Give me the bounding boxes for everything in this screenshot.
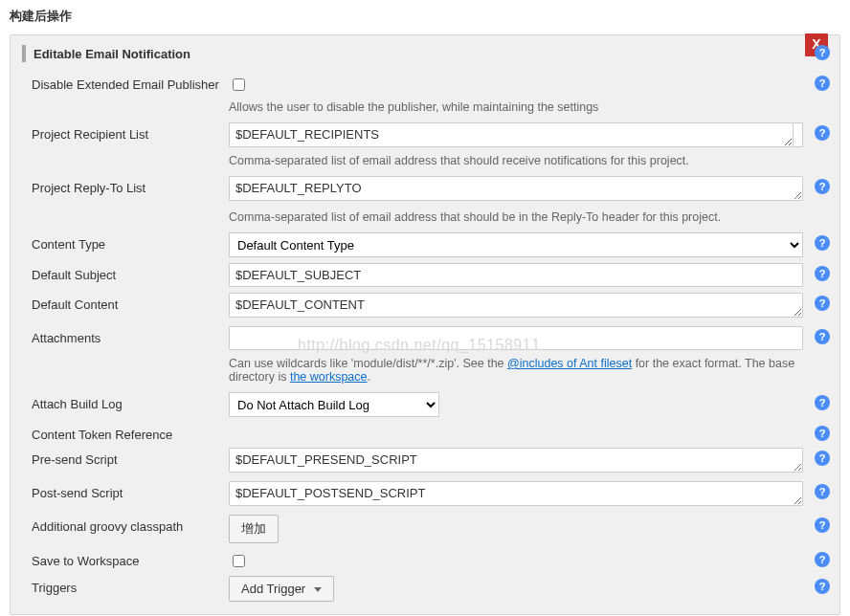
- default-subject-label: Default Subject: [32, 263, 229, 282]
- save-workspace-label: Save to Workspace: [32, 549, 229, 568]
- recipient-list-input[interactable]: $DEFAULT_RECIPIENTS: [229, 122, 794, 147]
- help-icon[interactable]: ?: [815, 296, 830, 311]
- save-workspace-checkbox[interactable]: [233, 555, 245, 567]
- resize-handle[interactable]: [794, 122, 803, 147]
- reply-to-label: Project Reply-To List: [32, 176, 229, 195]
- help-icon[interactable]: ?: [815, 426, 830, 441]
- help-icon[interactable]: ?: [815, 266, 830, 281]
- help-icon[interactable]: ?: [815, 579, 830, 594]
- attach-build-log-label: Attach Build Log: [32, 392, 229, 411]
- content-type-select[interactable]: Default Content Type: [229, 232, 803, 257]
- section-title: Editable Email Notification: [34, 47, 190, 61]
- help-icon[interactable]: ?: [815, 451, 830, 466]
- token-reference-label: Content Token Reference: [32, 423, 229, 442]
- attach-build-log-select[interactable]: Do Not Attach Build Log: [229, 392, 439, 417]
- default-subject-input[interactable]: [229, 263, 803, 287]
- disable-publisher-desc: Allows the user to disable the publisher…: [11, 97, 839, 120]
- recipient-list-label: Project Recipient List: [32, 122, 229, 142]
- attachments-desc: Can use wildcards like 'module/dist/**/*…: [11, 353, 839, 389]
- help-icon[interactable]: ?: [815, 395, 830, 410]
- reply-to-input[interactable]: $DEFAULT_REPLYTO: [229, 176, 803, 201]
- post-send-label: Post-send Script: [32, 481, 229, 500]
- help-icon[interactable]: ?: [815, 552, 830, 567]
- add-trigger-button[interactable]: Add Trigger: [229, 576, 334, 602]
- triggers-label: Triggers: [32, 576, 229, 595]
- help-icon[interactable]: ?: [815, 125, 830, 141]
- pre-send-input[interactable]: $DEFAULT_PRESEND_SCRIPT: [229, 448, 803, 473]
- classpath-label: Additional groovy classpath: [32, 515, 229, 534]
- help-icon[interactable]: ?: [815, 76, 830, 91]
- reply-to-desc: Comma-separated list of email address th…: [11, 207, 839, 230]
- attachments-input[interactable]: [229, 326, 803, 350]
- page-title: 构建后操作: [0, 0, 850, 31]
- help-icon[interactable]: ?: [815, 45, 830, 60]
- help-icon[interactable]: ?: [815, 329, 830, 344]
- attachments-label: Attachments: [32, 326, 229, 345]
- ant-fileset-link[interactable]: @includes of Ant fileset: [507, 357, 632, 370]
- disable-publisher-label: Disable Extended Email Publisher: [32, 73, 229, 92]
- post-build-panel: X Editable Email Notification ? Disable …: [10, 34, 840, 615]
- disable-publisher-checkbox[interactable]: [233, 78, 245, 91]
- help-icon[interactable]: ?: [815, 484, 830, 499]
- content-type-label: Content Type: [32, 232, 229, 252]
- help-icon[interactable]: ?: [815, 179, 830, 194]
- post-send-input[interactable]: $DEFAULT_POSTSEND_SCRIPT: [229, 481, 803, 506]
- help-icon[interactable]: ?: [815, 235, 830, 251]
- default-content-input[interactable]: $DEFAULT_CONTENT: [229, 293, 803, 318]
- chevron-down-icon: [314, 587, 322, 592]
- pre-send-label: Pre-send Script: [32, 448, 229, 467]
- help-icon[interactable]: ?: [815, 517, 830, 533]
- section-bar: [22, 45, 26, 62]
- add-classpath-button[interactable]: 增加: [229, 515, 279, 543]
- workspace-link[interactable]: the workspace: [290, 370, 368, 384]
- recipient-list-desc: Comma-separated list of email address th…: [11, 150, 839, 173]
- default-content-label: Default Content: [32, 293, 229, 312]
